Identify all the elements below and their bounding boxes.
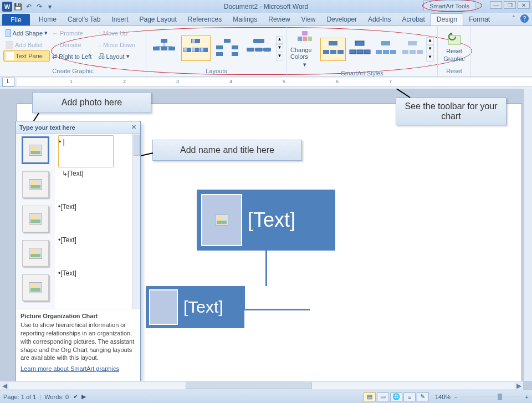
- view-outline-icon[interactable]: ≡: [403, 392, 416, 401]
- tab-selector[interactable]: L: [2, 78, 14, 86]
- text-pane-scrollbar[interactable]: [132, 134, 140, 309]
- help-icon[interactable]: ?: [520, 14, 529, 23]
- svg-rect-20: [247, 48, 254, 52]
- view-full-screen-icon[interactable]: ▭: [377, 392, 389, 401]
- layout-option-1[interactable]: [150, 35, 179, 61]
- tab-review[interactable]: Review: [263, 14, 295, 25]
- tab-references[interactable]: References: [182, 14, 227, 25]
- text-pane-thumb-2[interactable]: [22, 171, 49, 198]
- title-bar: W 💾 ↶ ↷ ▾ Document2 - Microsoft Word Sma…: [0, 0, 532, 13]
- demote-button[interactable]: → Demote: [50, 39, 96, 50]
- status-page[interactable]: Page: 1 of 1: [3, 394, 36, 400]
- text-pane-thumb-4[interactable]: [22, 240, 49, 267]
- layout-option-4[interactable]: [244, 35, 274, 61]
- svg-rect-19: [253, 39, 264, 43]
- style-option-4[interactable]: [400, 38, 425, 61]
- text-pane-thumb-5[interactable]: [22, 274, 49, 301]
- text-pane-close-icon[interactable]: ✕: [129, 123, 138, 132]
- svg-rect-33: [357, 50, 363, 54]
- tab-addins[interactable]: Add-Ins: [362, 14, 396, 25]
- group-label-layouts: Layouts: [150, 67, 283, 75]
- minimize-icon[interactable]: ―: [490, 1, 502, 9]
- view-web-icon[interactable]: 🌐: [390, 392, 402, 401]
- text-pane-item-3[interactable]: • [Text]: [58, 201, 140, 234]
- add-bullet-button[interactable]: Add Bullet: [3, 39, 50, 50]
- text-pane-button[interactable]: Text Pane: [3, 50, 50, 62]
- text-pane[interactable]: Type your text here ✕ • | ↳ [Text] • [Te…: [16, 121, 141, 386]
- redo-icon[interactable]: ↷: [34, 2, 44, 11]
- styles-down-icon[interactable]: ▼: [426, 45, 434, 53]
- reset-graphic-button[interactable]: Reset Graphic: [441, 27, 467, 67]
- horizontal-ruler[interactable]: L 1 2 3 4 5 6 7: [0, 77, 532, 87]
- zoom-out-icon[interactable]: −: [454, 394, 457, 400]
- style-option-2[interactable]: [347, 38, 372, 61]
- smartart-node-child-text[interactable]: [Text]: [178, 298, 223, 317]
- smartart-node-root-text[interactable]: [Text]: [242, 208, 295, 232]
- svg-rect-35: [381, 41, 390, 45]
- tab-file[interactable]: File: [2, 14, 30, 25]
- layout-button[interactable]: 品 Layout ▾: [96, 50, 143, 62]
- layouts-up-icon[interactable]: ▲: [276, 36, 283, 44]
- layout-option-2-selected[interactable]: [181, 35, 211, 61]
- tab-carol[interactable]: Carol's Tab: [62, 14, 106, 25]
- svg-rect-27: [329, 41, 337, 45]
- save-icon[interactable]: 💾: [13, 2, 23, 11]
- close-icon[interactable]: ✕: [518, 1, 530, 9]
- word-icon[interactable]: W: [2, 2, 12, 12]
- group-label-create: Create Graphic: [3, 67, 142, 75]
- text-pane-thumb-3[interactable]: [22, 206, 49, 232]
- svg-rect-25: [308, 37, 312, 41]
- svg-rect-9: [184, 48, 187, 52]
- tab-format[interactable]: Format: [463, 14, 495, 25]
- status-words[interactable]: Words: 0: [44, 394, 69, 400]
- tab-developer[interactable]: Developer: [321, 14, 362, 25]
- callout-add-name: Add name and title here: [152, 140, 302, 161]
- undo-icon[interactable]: ↶: [24, 2, 33, 11]
- tab-page-layout[interactable]: Page Layout: [134, 14, 182, 25]
- view-print-layout-icon[interactable]: ▤: [364, 392, 376, 401]
- macro-icon[interactable]: ▶: [81, 393, 86, 400]
- right-to-left-button[interactable]: ⇄ Right to Left: [50, 50, 96, 62]
- zoom-slider[interactable]: [461, 396, 522, 398]
- smartart-node-child[interactable]: [Text]: [146, 286, 244, 328]
- svg-rect-16: [232, 45, 238, 49]
- zoom-in-icon[interactable]: +: [525, 394, 529, 400]
- move-up-button[interactable]: ↑ Move Up: [96, 27, 143, 39]
- text-pane-item-1[interactable]: • |: [58, 135, 114, 167]
- qat-more-icon[interactable]: ▾: [45, 2, 54, 11]
- add-shape-button[interactable]: Add Shape ▾: [3, 27, 50, 39]
- style-option-1-selected[interactable]: [320, 38, 346, 61]
- proofing-icon[interactable]: ✔: [73, 393, 78, 400]
- tab-insert[interactable]: Insert: [106, 14, 134, 25]
- layout-option-3[interactable]: [213, 35, 242, 61]
- horizontal-scrollbar[interactable]: ◀ ▶: [0, 381, 523, 390]
- zoom-level[interactable]: 140%: [435, 394, 451, 400]
- layouts-down-icon[interactable]: ▼: [276, 44, 283, 52]
- change-colors-button[interactable]: Change Colors ▾: [290, 29, 319, 69]
- move-down-button[interactable]: ↓ Move Down: [96, 39, 143, 50]
- picture-placeholder-icon[interactable]: [215, 215, 228, 226]
- styles-up-icon[interactable]: ▲: [426, 37, 434, 45]
- svg-rect-43: [448, 35, 461, 44]
- minimize-ribbon-icon[interactable]: ˄: [509, 14, 518, 23]
- text-pane-thumb-1[interactable]: [22, 137, 49, 164]
- document-area: [Text] [Text] Add photo here Add name an…: [0, 89, 532, 390]
- text-pane-item-2[interactable]: ↳ [Text]: [58, 167, 140, 201]
- styles-more-icon[interactable]: ▼: [426, 54, 434, 62]
- restore-icon[interactable]: ❐: [504, 1, 516, 9]
- text-pane-item-4[interactable]: • [Text]: [58, 234, 140, 267]
- text-pane-list[interactable]: • | ↳ [Text] • [Text] • [Text] • [Text]: [55, 134, 140, 309]
- tab-home[interactable]: Home: [33, 14, 62, 25]
- text-pane-item-5[interactable]: • [Text]: [58, 267, 140, 300]
- smartart-node-root[interactable]: [Text]: [197, 190, 335, 251]
- style-option-3[interactable]: [373, 38, 398, 61]
- tab-acrobat[interactable]: Acrobat: [396, 14, 430, 25]
- promote-button[interactable]: ← Promote: [50, 27, 96, 39]
- layouts-more-icon[interactable]: ▼: [276, 53, 283, 60]
- learn-more-link[interactable]: Learn more about SmartArt graphics: [21, 365, 119, 372]
- tab-mailings[interactable]: Mailings: [227, 14, 263, 25]
- tab-design[interactable]: Design: [431, 13, 463, 25]
- tab-view[interactable]: View: [296, 14, 321, 25]
- vertical-scrollbar[interactable]: [523, 89, 532, 381]
- view-draft-icon[interactable]: ✎: [417, 392, 429, 401]
